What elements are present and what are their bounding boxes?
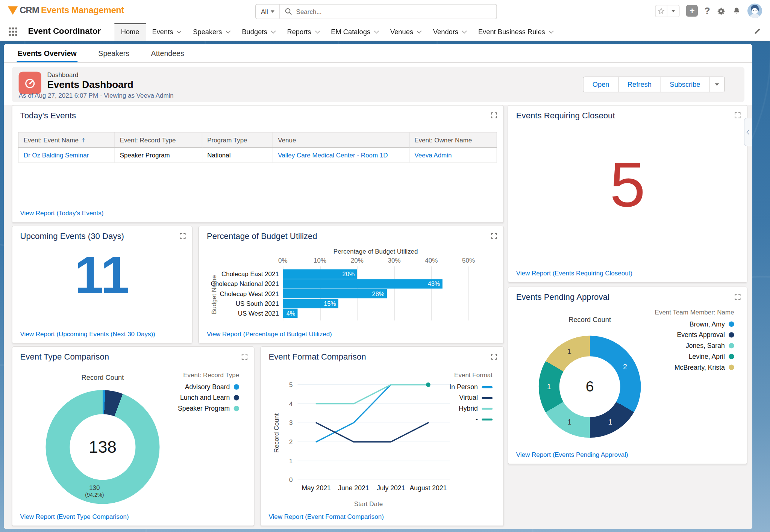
slice-value-label: 1 bbox=[567, 347, 571, 356]
user-avatar[interactable] bbox=[747, 3, 762, 18]
view-report-link[interactable]: View Report (Upcoming Events (Next 30 Da… bbox=[20, 330, 155, 338]
chevron-down-icon bbox=[177, 29, 182, 33]
favorites-menu-button[interactable] bbox=[668, 5, 680, 17]
column-header[interactable]: Event: Event Name↑ bbox=[18, 132, 115, 147]
view-report-link[interactable]: View Report (Events Requiring Closeout) bbox=[516, 269, 632, 277]
table-cell: National bbox=[202, 147, 273, 162]
legend-title: Event Format bbox=[454, 372, 493, 379]
help-icon: ? bbox=[704, 5, 710, 16]
view-report-link[interactable]: View Report (Event Format Comparison) bbox=[268, 513, 383, 520]
column-header[interactable]: Event: Owner Name bbox=[409, 132, 497, 147]
tab-attendees[interactable]: Attendees bbox=[151, 44, 184, 62]
side-panel-toggle[interactable] bbox=[744, 118, 752, 146]
nav-tab-reports[interactable]: Reports bbox=[280, 23, 324, 41]
favorites-group bbox=[655, 5, 680, 17]
legend-item-advisory-board[interactable]: Advisory Board bbox=[185, 383, 239, 391]
slice-value-label: 1 bbox=[608, 418, 612, 426]
legend-title: Event Team Member: Name bbox=[655, 309, 734, 316]
x-axis-title: Start Date bbox=[354, 500, 383, 508]
chevron-down-icon bbox=[315, 29, 320, 33]
legend-item-hybrid[interactable]: Hybrid bbox=[459, 405, 493, 413]
bar-value-label: 4% bbox=[286, 310, 298, 317]
search-icon bbox=[285, 8, 293, 15]
bar-us-south-2021[interactable]: 15% bbox=[283, 299, 338, 308]
view-report-link[interactable]: View Report (Percentage of Budget Utiliz… bbox=[207, 330, 332, 338]
table-cell: Speaker Program bbox=[115, 147, 202, 162]
legend-label: - bbox=[476, 416, 478, 423]
bar-cholecap-east-2021[interactable]: 20% bbox=[283, 269, 357, 279]
legend-item-jones-sarah[interactable]: Jones, Sarah bbox=[686, 342, 734, 349]
chart-legend: Event: Record TypeAdvisory BoardLunch an… bbox=[178, 372, 239, 412]
dashboard-actions: Open Refresh Subscribe bbox=[583, 77, 725, 92]
setup-button[interactable] bbox=[717, 6, 726, 15]
series-marker-dash[interactable] bbox=[426, 382, 430, 387]
global-search[interactable]: All bbox=[255, 4, 497, 19]
sort-asc-icon: ↑ bbox=[81, 137, 86, 144]
legend-item-in-person[interactable]: In Person bbox=[449, 383, 493, 391]
logo-suffix: Events Management bbox=[41, 5, 124, 15]
series-line-hybrid[interactable] bbox=[316, 385, 428, 404]
search-scope-dropdown[interactable]: All bbox=[256, 5, 280, 19]
nav-tab-home[interactable]: Home bbox=[115, 23, 146, 41]
chevron-down-icon bbox=[271, 29, 276, 33]
edit-nav-button[interactable] bbox=[753, 27, 761, 35]
nav-tab-speakers[interactable]: Speakers bbox=[186, 23, 235, 41]
legend-item-events-approval[interactable]: Events Approval bbox=[677, 331, 734, 339]
tab-speakers[interactable]: Speakers bbox=[98, 44, 129, 62]
quick-create-button[interactable]: + bbox=[686, 5, 698, 17]
open-button[interactable]: Open bbox=[584, 77, 618, 92]
legend-item-lunch-and-learn[interactable]: Lunch and Learn bbox=[180, 394, 239, 402]
bar-us-west-2021[interactable]: 4% bbox=[283, 309, 297, 318]
donut-total: 6 bbox=[586, 378, 594, 395]
nav-tab-venues[interactable]: Venues bbox=[384, 23, 427, 41]
expand-icon[interactable] bbox=[491, 112, 497, 119]
nav-tab-event-business-rules[interactable]: Event Business Rules bbox=[472, 23, 559, 41]
notifications-button[interactable] bbox=[732, 6, 741, 15]
table-cell-link[interactable]: Valley Care Medical Center - Room 1D bbox=[273, 147, 409, 162]
table-cell-link[interactable]: Veeva Admin bbox=[409, 147, 497, 162]
nav-tab-em-catalogs[interactable]: EM Catalogs bbox=[324, 23, 384, 41]
chevron-down-icon bbox=[374, 29, 379, 33]
legend-item-mcbrearty-krista[interactable]: McBrearty, Krista bbox=[675, 364, 734, 371]
app-launcher-icon[interactable] bbox=[9, 27, 17, 36]
nav-tab-vendors[interactable]: Vendors bbox=[427, 23, 472, 41]
bar-value-label: 28% bbox=[372, 290, 387, 297]
nav-tab-label: Vendors bbox=[433, 28, 458, 36]
legend-item-dash[interactable]: - bbox=[476, 416, 493, 423]
chart-legend: Event FormatIn PersonVirtualHybrid- bbox=[449, 372, 493, 423]
view-report-link[interactable]: View Report (Today's Events) bbox=[20, 210, 104, 217]
nav-tab-label: Venues bbox=[390, 28, 413, 36]
bar-cholecap-national-2021[interactable]: 43% bbox=[283, 279, 443, 289]
legend-swatch bbox=[234, 406, 239, 411]
refresh-button[interactable]: Refresh bbox=[618, 77, 661, 92]
dashboard-more-button[interactable] bbox=[709, 77, 724, 92]
legend-item-speaker-program[interactable]: Speaker Program bbox=[178, 405, 239, 413]
column-header[interactable]: Event: Record Type bbox=[115, 132, 202, 147]
gridline bbox=[468, 266, 469, 320]
series-line-virtual[interactable] bbox=[316, 423, 428, 442]
search-scope-value: All bbox=[261, 8, 268, 15]
view-report-link[interactable]: View Report (Event Type Comparison) bbox=[20, 513, 129, 520]
bar-cholecap-west-2021[interactable]: 28% bbox=[283, 289, 387, 298]
legend-item-brown-amy[interactable]: Brown, Amy bbox=[690, 320, 734, 328]
tab-events-overview[interactable]: Events Overview bbox=[18, 44, 77, 62]
nav-tab-budgets[interactable]: Budgets bbox=[235, 23, 280, 41]
slice-value-label: 130(94.2%) bbox=[85, 484, 104, 498]
help-button[interactable]: ? bbox=[704, 5, 710, 16]
legend-item-virtual[interactable]: Virtual bbox=[459, 394, 493, 402]
favorites-star-icon[interactable] bbox=[655, 5, 668, 17]
search-input[interactable] bbox=[296, 8, 492, 15]
column-header[interactable]: Venue bbox=[273, 132, 409, 147]
legend-item-levine-april[interactable]: Levine, April bbox=[689, 353, 734, 360]
nav-tab-events[interactable]: Events bbox=[146, 23, 186, 41]
card-todays-events: Today's Events Event: Event Name↑Event: … bbox=[12, 105, 504, 223]
column-header[interactable]: Program Type bbox=[202, 132, 273, 147]
series-line-in-person[interactable] bbox=[316, 385, 391, 442]
x-tick-label: 10% bbox=[314, 257, 326, 264]
card-upcoming-events: Upcoming Events (30 Days) 11 View Report… bbox=[12, 226, 192, 343]
y-tick-label: 4 bbox=[289, 401, 293, 408]
view-report-link[interactable]: View Report (Events Pending Approval) bbox=[516, 451, 628, 458]
table-cell-link[interactable]: Dr Oz Balding Seminar bbox=[18, 147, 115, 162]
donut-chart: Record Count138130(94.2%)Event: Record T… bbox=[12, 347, 254, 525]
subscribe-button[interactable]: Subscribe bbox=[661, 77, 710, 92]
